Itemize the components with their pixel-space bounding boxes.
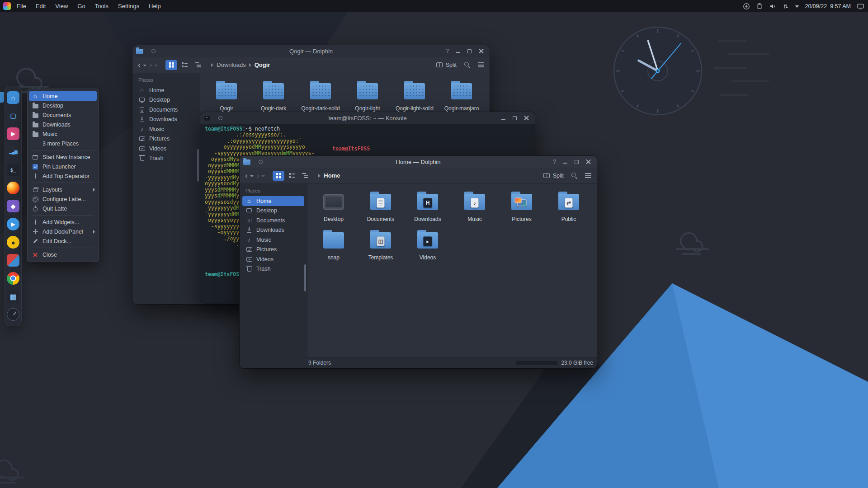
app-launcher-icon[interactable] — [3, 2, 11, 10]
place-item-trash[interactable]: Trash — [135, 154, 197, 164]
dock-item-messenger[interactable]: ▶ — [6, 217, 20, 231]
menu-item-start-new-instance[interactable]: Start New Instance — [29, 152, 97, 162]
forward-button[interactable]: › — [257, 172, 259, 179]
menu-item-pin-launcher[interactable]: Pin Launcher — [29, 162, 97, 171]
place-item-desktop[interactable]: Desktop — [242, 206, 304, 216]
place-item-pictures[interactable]: Pictures — [135, 134, 197, 144]
menu-item-add-dock-panel[interactable]: Add Dock/Panel — [29, 227, 97, 236]
maximize-button[interactable] — [575, 160, 579, 164]
minimize-button[interactable] — [563, 163, 567, 164]
close-button[interactable] — [524, 116, 529, 121]
show-desktop-icon[interactable] — [857, 3, 864, 10]
place-item-desktop[interactable]: Desktop — [135, 95, 197, 105]
dock-item-video-player[interactable]: ▶ — [6, 127, 20, 141]
place-item-documents[interactable]: Documents — [242, 216, 304, 225]
menu-item-documents[interactable]: Documents — [29, 110, 97, 120]
menu-item-quit-latte[interactable]: Quit Latte — [29, 204, 97, 213]
dock-item-system-monitor[interactable]: ▂▄▆ — [6, 145, 20, 159]
place-item-videos[interactable]: Videos — [242, 254, 304, 264]
tree-view-button[interactable] — [299, 171, 311, 181]
menu-item-3-more-places[interactable]: 3 more Places — [29, 139, 97, 148]
keep-above-icon[interactable] — [259, 160, 263, 164]
folder-item-documents[interactable]: Documents — [357, 188, 404, 224]
dock-item-clock-app[interactable] — [6, 308, 20, 321]
dock-item-firefox[interactable] — [6, 181, 20, 195]
details-view-button[interactable] — [286, 171, 297, 181]
place-item-downloads[interactable]: Downloads — [242, 225, 304, 235]
folder-item-videos[interactable]: ▸Videos — [404, 227, 451, 263]
back-button[interactable]: ‹ — [138, 61, 141, 69]
folder-item-downloads[interactable]: HDownloads — [404, 188, 451, 224]
search-icon[interactable] — [464, 61, 471, 68]
back-history-caret[interactable] — [250, 175, 254, 177]
place-item-music[interactable]: ♪Music — [135, 124, 197, 134]
menu-item-desktop[interactable]: Desktop — [29, 101, 97, 110]
back-button[interactable]: ‹ — [245, 172, 248, 179]
menu-item-close[interactable]: Close — [29, 250, 97, 259]
place-item-home[interactable]: ⌂Home — [242, 196, 304, 206]
menu-item-configure-latte[interactable]: Configure Latte... — [29, 194, 97, 204]
folder-item-qogir-manjaro[interactable]: Qogir-manjaro — [438, 78, 485, 113]
volume-icon[interactable] — [769, 3, 776, 10]
folder-item-snap[interactable]: snap — [310, 227, 357, 263]
dock-item-terminal[interactable]: $_ — [6, 163, 20, 177]
help-button[interactable]: ? — [553, 159, 556, 164]
maximize-button[interactable] — [467, 49, 472, 53]
dock-item-media-suite[interactable] — [6, 253, 20, 267]
maximize-button[interactable] — [513, 116, 517, 120]
folder-item-music[interactable]: ♪Music — [451, 188, 498, 224]
dock-item-file-manager[interactable]: ⌂ — [6, 91, 20, 104]
minimize-button[interactable] — [456, 52, 460, 53]
menu-tools[interactable]: Tools — [95, 3, 108, 9]
dock-item-screen-tool[interactable]: ▦ — [6, 290, 20, 303]
hamburger-menu-icon[interactable] — [478, 62, 484, 67]
titlebar[interactable]: team@ItsFOSS: ~ — Konsole — [200, 112, 535, 124]
folder-item-qogir-light[interactable]: Qogir-light — [344, 78, 391, 113]
search-icon[interactable] — [571, 172, 578, 179]
forward-button[interactable]: › — [150, 61, 152, 69]
hamburger-menu-icon[interactable] — [585, 173, 591, 178]
breadcrumb-downloads[interactable]: Downloads — [217, 61, 245, 68]
menu-item-home[interactable]: ⌂Home — [29, 91, 97, 101]
place-item-trash[interactable]: Trash — [242, 264, 304, 274]
menu-item-add-widgets[interactable]: Add Widgets... — [29, 217, 97, 227]
menu-item-edit-dock[interactable]: Edit Dock... — [29, 236, 97, 246]
panel-clock[interactable]: 20/09/229:57 AM — [805, 3, 851, 9]
updates-icon[interactable] — [743, 3, 750, 10]
split-button[interactable]: Split — [543, 173, 564, 179]
split-button[interactable]: Split — [436, 62, 457, 68]
icons-view-button[interactable] — [273, 171, 284, 181]
place-item-downloads[interactable]: Downloads — [135, 115, 197, 125]
tree-view-button[interactable] — [192, 60, 203, 70]
folder-item-qogir-dark-solid[interactable]: Qogir-dark-solid — [297, 78, 344, 113]
menu-edit[interactable]: Edit — [36, 3, 46, 9]
close-button[interactable] — [479, 49, 484, 54]
breadcrumb-qogir[interactable]: Qogir — [255, 61, 270, 68]
folder-item-desktop[interactable]: Desktop — [310, 188, 357, 224]
icons-view-button[interactable] — [165, 60, 177, 70]
place-item-home[interactable]: ⌂Home — [135, 85, 197, 95]
hidden-dock-item[interactable] — [0, 92, 4, 103]
dock-item-media-player[interactable]: ▢ — [6, 109, 20, 122]
folder-item-public[interactable]: ⇄Public — [545, 188, 592, 224]
dock-item-design-app[interactable]: ◆ — [6, 199, 20, 213]
back-history-caret[interactable] — [143, 65, 146, 66]
place-item-documents[interactable]: Documents — [135, 105, 197, 115]
titlebar[interactable]: Qogir — Dolphin ? — [132, 45, 490, 57]
close-button[interactable] — [586, 160, 591, 164]
folder-item-pictures[interactable]: Pictures — [498, 188, 545, 224]
menu-item-layouts[interactable]: Layouts — [29, 185, 97, 194]
scrollbar-thumb[interactable] — [304, 264, 306, 291]
menu-go[interactable]: Go — [77, 3, 85, 9]
menu-help[interactable]: Help — [149, 3, 161, 9]
forward-history-caret[interactable] — [154, 65, 158, 66]
dock-item-music-app[interactable]: ● — [6, 235, 20, 249]
details-view-button[interactable] — [179, 60, 190, 70]
menu-file[interactable]: File — [17, 3, 26, 9]
menu-view[interactable]: View — [55, 3, 68, 9]
keep-above-icon[interactable] — [151, 49, 156, 53]
clipboard-icon[interactable] — [756, 3, 763, 10]
caret-down-icon[interactable] — [795, 5, 799, 8]
menu-item-downloads[interactable]: Downloads — [29, 120, 97, 129]
dock-item-chrome[interactable] — [6, 272, 20, 285]
